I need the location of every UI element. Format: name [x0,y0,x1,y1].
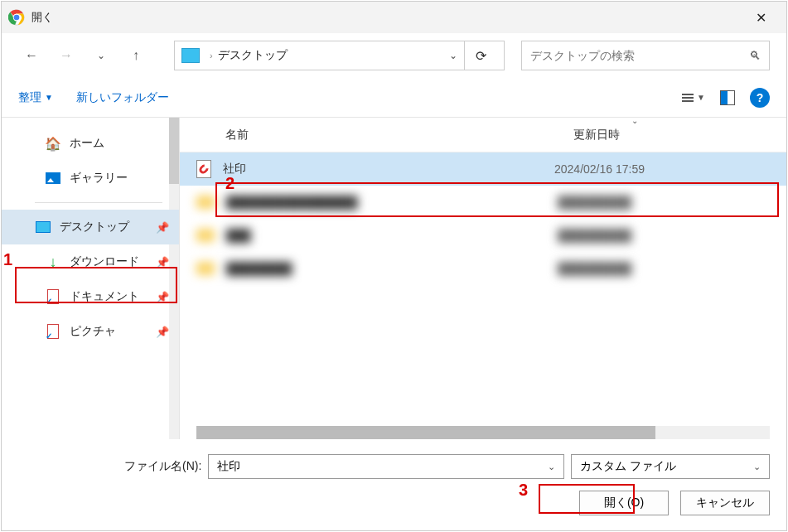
chevron-right-icon: › [210,51,213,60]
folder-icon [196,262,215,275]
desktop-icon [35,220,51,235]
preview-pane-button[interactable] [720,90,735,105]
forward-button[interactable]: → [53,42,80,69]
gallery-icon [45,171,61,186]
horizontal-scrollbar[interactable] [196,426,770,439]
home-icon: 🏠 [45,136,61,151]
column-header-name[interactable]: 名前 [225,128,573,143]
pin-icon: 📌 [156,326,169,338]
folder-icon [196,229,215,242]
folder-icon [181,48,200,63]
file-list: 名前 ⌄ 更新日時 社印 2024/02/16 17:59 ██████████… [180,118,786,439]
search-box[interactable]: 🔍︎ [521,41,770,70]
file-row-selected[interactable]: 社印 2024/02/16 17:59 [180,152,786,186]
chevron-down-icon: ▼ [45,93,53,102]
view-mode-button[interactable]: ▼ [682,93,705,102]
close-button[interactable]: ✕ [742,2,780,33]
back-button[interactable]: ← [18,42,45,69]
breadcrumb-location[interactable]: デスクトップ [218,48,288,63]
annotation-3: 3 [519,481,528,500]
sidebar-item-home[interactable]: 🏠 ホーム [2,126,179,161]
pin-icon: 📌 [156,256,169,268]
up-button[interactable]: ↑ [123,42,149,69]
column-header-date[interactable]: ⌄ 更新日時 [573,128,739,143]
file-list-header: 名前 ⌄ 更新日時 [180,118,786,152]
sidebar-divider [35,202,162,203]
new-folder-button[interactable]: 新しいフォルダー [76,90,169,105]
file-row[interactable]: ███ █████████ [180,219,786,252]
titlebar: 開く ✕ [2,2,786,33]
sidebar-item-gallery[interactable]: ギャラリー [2,161,179,196]
pin-icon: 📌 [156,221,169,234]
sidebar-item-desktop[interactable]: デスクトップ 📌 [2,210,179,244]
breadcrumb-dropdown[interactable]: ⌄ [442,50,464,61]
search-icon[interactable]: 🔍︎ [749,49,761,62]
help-button[interactable]: ? [750,88,770,108]
open-button[interactable]: 開く(O) [579,491,669,515]
chrome-icon [8,9,25,26]
cancel-button[interactable]: キャンセル [680,491,770,515]
pictures-icon [45,324,61,339]
list-icon [682,94,694,102]
pin-icon: 📌 [156,291,169,303]
breadcrumb[interactable]: › デスクトップ ⌄ ⟳ [174,41,505,70]
refresh-button[interactable]: ⟳ [464,41,497,70]
sort-indicator-icon: ⌄ [631,118,638,125]
organize-menu[interactable]: 整理 ▼ [18,90,53,105]
file-row[interactable]: ████████████████ █████████ [180,186,786,219]
download-icon: ↓ [45,254,61,269]
window-title: 開く [31,10,53,25]
file-name: 社印 [223,162,554,177]
file-type-filter[interactable]: カスタム ファイル ⌄ [571,454,770,479]
svg-point-2 [14,15,20,21]
chevron-down-icon[interactable]: ⌄ [548,462,555,472]
sidebar-item-downloads[interactable]: ↓ ダウンロード 📌 [2,244,179,279]
annotation-1: 1 [3,250,12,269]
filename-input[interactable] [217,460,548,473]
filename-input-wrap[interactable]: ⌄ [208,454,564,479]
footer: ファイル名(N): ⌄ カスタム ファイル ⌄ 開く(O) キャンセル [2,439,786,530]
chevron-down-icon: ⌄ [753,462,761,472]
sidebar-item-documents[interactable]: ドキュメント 📌 [2,279,179,314]
toolbar: 整理 ▼ 新しいフォルダー ▼ ? [2,78,786,118]
nav-row: ← → ⌄ ↑ › デスクトップ ⌄ ⟳ 🔍︎ [2,33,786,78]
chevron-down-icon: ▼ [697,93,705,102]
search-input[interactable] [530,49,749,62]
filename-label: ファイル名(N): [124,459,201,474]
recent-button[interactable]: ⌄ [88,42,114,69]
image-file-icon [196,160,211,178]
folder-icon [196,196,215,209]
annotation-2: 2 [225,174,234,193]
file-row[interactable]: ████████ █████████ [180,252,786,285]
sidebar-item-pictures[interactable]: ピクチャ 📌 [2,314,179,349]
sidebar: 🏠 ホーム ギャラリー デスクトップ 📌 ↓ ダウンロード 📌 ドキュメント [2,118,180,439]
file-date: 2024/02/16 17:59 [554,162,720,176]
documents-icon [45,289,61,304]
